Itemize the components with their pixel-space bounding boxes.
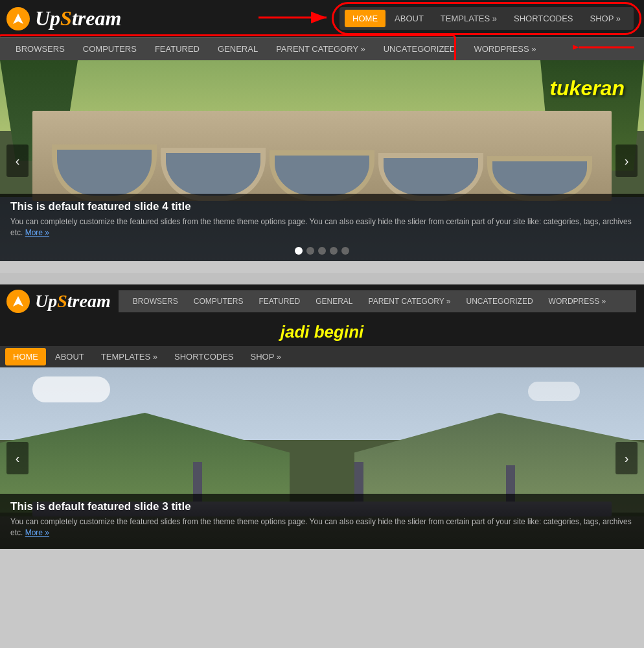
slide-more-1[interactable]: More » (25, 228, 49, 237)
header-bar-1: UpStream HOME ABOUT TEMPLATES » SHORTCOD… (0, 0, 644, 37)
section-gap (0, 273, 644, 284)
cat-featured-1[interactable]: FEATURED (146, 38, 209, 60)
cat-uncategorized-1[interactable]: UNCATEGORIZED (374, 38, 465, 60)
dot-3[interactable] (318, 247, 326, 255)
logo-1[interactable]: UpStream (6, 6, 121, 30)
nav-templates-1[interactable]: TEMPLATES » (433, 10, 505, 27)
nav-shortcodes-1[interactable]: SHORTCODES (506, 10, 581, 27)
nav-home-1[interactable]: HOME (345, 10, 385, 27)
nav-about-1[interactable]: ABOUT (387, 10, 431, 27)
logo-text-2: UpStream (35, 291, 111, 312)
logo-text-1: UpStream (35, 6, 121, 30)
section-before: UpStream HOME ABOUT TEMPLATES » SHORTCOD… (0, 0, 644, 261)
slider-1: tukeran ‹ › This is default featured sli… (0, 60, 644, 261)
cat-nav-2: BROWSERS COMPUTERS FEATURED GENERAL PARE… (119, 290, 636, 312)
slider-prev-1[interactable]: ‹ (6, 145, 29, 177)
top-nav-2: HOME ABOUT TEMPLATES » SHORTCODES SHOP » (0, 346, 644, 367)
cat-parent-1[interactable]: PARENT CATEGORY » (267, 38, 374, 60)
top-nav-1: HOME ABOUT TEMPLATES » SHORTCODES SHOP » (339, 7, 634, 30)
nav2-shortcodes[interactable]: SHORTCODES (167, 348, 242, 365)
slide2-title: This is default featured slide 3 title (10, 500, 634, 513)
cat2-computers[interactable]: COMPUTERS (186, 290, 251, 312)
top-nav-wrapper-1: HOME ABOUT TEMPLATES » SHORTCODES SHOP » (339, 7, 634, 30)
cat-computers-1[interactable]: COMPUTERS (74, 38, 146, 60)
slider2-prev[interactable]: ‹ (6, 442, 29, 474)
arrow-annotation-2 (573, 38, 638, 60)
annotation-jadi-begini: jadi begini (281, 322, 364, 341)
slider-caption-2: This is default featured slide 3 title Y… (0, 494, 644, 549)
logo-2[interactable]: UpStream (6, 290, 111, 313)
cat-browsers-1[interactable]: BROWSERS (6, 38, 74, 60)
annotation-tukeran: tukeran (549, 76, 625, 100)
svg-marker-5 (13, 296, 23, 307)
cat-wordpress-1[interactable]: WORDPRESS » (465, 38, 545, 60)
dot-4[interactable] (330, 247, 338, 255)
arrow-annotation-1 (255, 8, 333, 30)
slider-2: ‹ › This is default featured slide 3 tit… (0, 367, 644, 549)
section-after: UpStream BROWSERS COMPUTERS FEATURED GEN… (0, 284, 644, 549)
dot-1[interactable] (295, 247, 303, 255)
nav2-about[interactable]: ABOUT (47, 348, 92, 365)
header-bar-2: UpStream BROWSERS COMPUTERS FEATURED GEN… (0, 284, 644, 318)
cat2-general[interactable]: GENERAL (308, 290, 360, 312)
cat2-uncategorized[interactable]: UNCATEGORIZED (458, 290, 540, 312)
slider-dots-1 (295, 247, 349, 255)
slider2-next[interactable]: › (615, 442, 638, 474)
svg-marker-0 (13, 14, 23, 24)
slide2-more[interactable]: More » (25, 528, 49, 537)
logo-icon-2 (6, 290, 30, 313)
dot-2[interactable] (306, 247, 314, 255)
cat-nav-wrapper-1: BROWSERS COMPUTERS FEATURED GENERAL PARE… (0, 37, 644, 60)
slide-desc-1: You can completely customize the feature… (10, 216, 634, 238)
nav2-templates[interactable]: TEMPLATES » (93, 348, 165, 365)
cat2-browsers[interactable]: BROWSERS (125, 290, 186, 312)
nav2-shop[interactable]: SHOP » (242, 348, 288, 365)
slide-title-1: This is default featured slide 4 title (10, 200, 634, 213)
slider-next-1[interactable]: › (615, 145, 638, 177)
nav2-home[interactable]: HOME (5, 348, 46, 365)
cat2-parent[interactable]: PARENT CATEGORY » (361, 290, 459, 312)
cat-general-1[interactable]: GENERAL (209, 38, 267, 60)
annotation-bar: jadi begini (0, 318, 644, 346)
dot-5[interactable] (341, 247, 349, 255)
cat2-wordpress[interactable]: WORDPRESS » (541, 290, 614, 312)
nav-shop-1[interactable]: SHOP » (582, 10, 628, 27)
slide2-desc: You can completely customize the feature… (10, 516, 634, 538)
cat2-featured[interactable]: FEATURED (251, 290, 308, 312)
cat-nav-1: BROWSERS COMPUTERS FEATURED GENERAL PARE… (0, 37, 644, 60)
logo-icon-1 (6, 7, 30, 30)
